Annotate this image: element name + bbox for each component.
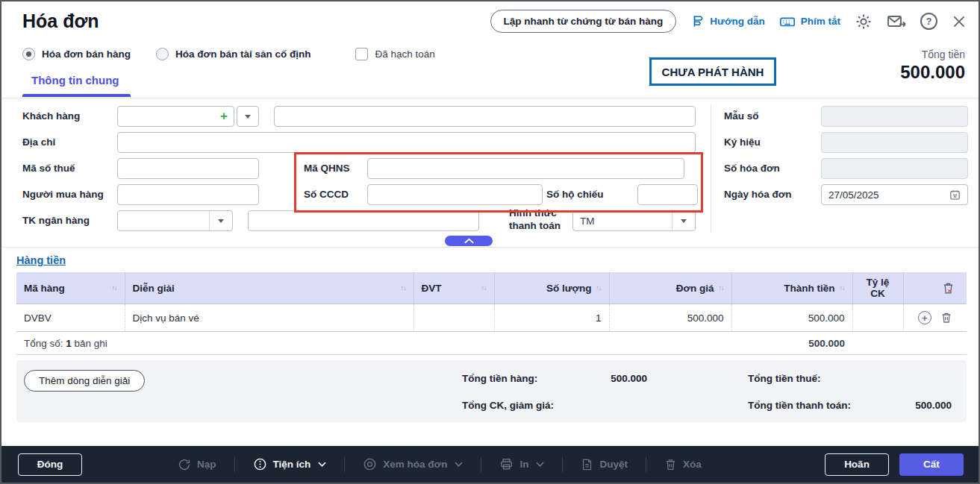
- total-payment-value: 500.000: [862, 400, 952, 411]
- customer-input[interactable]: +: [117, 106, 234, 127]
- sort-icon[interactable]: ↑↓: [840, 284, 845, 292]
- help-icon[interactable]: ?: [920, 13, 937, 30]
- detail-section: Hàng tiền Mã hàng↑↓ Diễn giải↑↓ ĐVT↑↓ Số…: [1, 248, 979, 422]
- total-amount-label: Tổng tiền: [900, 48, 965, 60]
- refresh-icon: [178, 458, 191, 471]
- guide-link[interactable]: Hướng dẫn: [690, 14, 764, 28]
- symbol-label: Ký hiệu: [724, 132, 761, 153]
- chevron-down-icon: [318, 462, 326, 467]
- customer-dropdown-button[interactable]: [237, 106, 259, 127]
- address-input[interactable]: [117, 132, 696, 153]
- address-label: Địa chỉ: [22, 132, 55, 153]
- view-invoice-menu[interactable]: Xem hóa đơn: [363, 457, 463, 471]
- print-menu[interactable]: In: [499, 457, 544, 471]
- table-row[interactable]: DVBV Dịch vụ bán vé 1 500.000 500.000 +: [16, 304, 967, 332]
- tax-code-input[interactable]: [117, 158, 259, 179]
- view-icon: [363, 457, 377, 471]
- reload-button[interactable]: Nạp: [178, 458, 216, 471]
- page-title: Hóa đơn: [22, 10, 99, 32]
- invoice-window: Hóa đơn Lập nhanh từ chứng từ bán hàng H…: [0, 0, 980, 484]
- utilities-menu[interactable]: Tiện ích: [253, 457, 327, 471]
- bottom-toolbar: Đóng Nạp Tiện ích: [1, 446, 979, 483]
- chevron-down-icon[interactable]: [672, 211, 695, 230]
- bank-name-input[interactable]: [248, 210, 479, 231]
- invoice-no-input: [821, 158, 968, 179]
- shortcut-link[interactable]: Phím tắt: [779, 13, 840, 30]
- postpone-button[interactable]: Hoãn: [825, 453, 889, 476]
- chevron-down-icon[interactable]: [209, 211, 232, 230]
- customer-combo: +: [117, 106, 259, 127]
- cell-ma-hang[interactable]: DVBV: [16, 304, 125, 332]
- printer-icon: [499, 457, 514, 471]
- tab-underline: [22, 94, 131, 97]
- payment-method-select[interactable]: TM: [572, 210, 696, 231]
- total-tax-label: Tổng tiền thuế:: [748, 373, 820, 384]
- qhns-input[interactable]: [367, 158, 684, 179]
- payment-method-label: Hình thức thanh toán: [509, 207, 561, 233]
- qhns-label: Mã QHNS: [304, 158, 350, 179]
- calendar-icon[interactable]: [949, 189, 961, 201]
- checkbox-icon[interactable]: [355, 48, 368, 60]
- customer-name-input[interactable]: [274, 106, 696, 127]
- radio-selected-icon[interactable]: [22, 48, 35, 60]
- checkbox-posted[interactable]: Đã hạch toán: [355, 48, 434, 60]
- save-button[interactable]: Cất: [899, 453, 964, 476]
- keyboard-icon: [779, 13, 796, 30]
- invoice-date-label: Ngày hóa đơn: [724, 184, 792, 205]
- record-count: Tổng số: 1 bản ghi: [16, 332, 494, 355]
- radio-fixed-asset-invoice[interactable]: Hóa đơn bán tài sản cố định: [156, 48, 310, 60]
- radio-sales-invoice[interactable]: Hóa đơn bán hàng: [22, 48, 131, 60]
- col-dvt[interactable]: ĐVT↑↓: [413, 272, 494, 304]
- sort-icon[interactable]: ↑↓: [481, 284, 487, 292]
- table-header-row: Mã hàng↑↓ Diễn giải↑↓ ĐVT↑↓ Số lượng↑↓ Đ…: [16, 272, 967, 304]
- col-delete-all[interactable]: ✕: [903, 272, 967, 304]
- sort-icon[interactable]: ↑↓: [112, 284, 117, 292]
- col-ma-hang[interactable]: Mã hàng↑↓: [16, 272, 125, 304]
- collapse-form-button[interactable]: [445, 236, 493, 246]
- add-description-line-button[interactable]: Thêm dòng diễn giải: [24, 370, 145, 392]
- delete-row-icon[interactable]: [940, 312, 952, 324]
- col-dien-giai[interactable]: Diễn giải↑↓: [125, 272, 413, 304]
- sort-icon[interactable]: ↑↓: [401, 284, 406, 292]
- close-icon[interactable]: [952, 14, 967, 29]
- bank-account-select[interactable]: [117, 210, 233, 231]
- total-goods-value: 500.000: [558, 373, 647, 384]
- cccd-input[interactable]: [367, 184, 543, 205]
- passport-input[interactable]: [637, 184, 698, 205]
- col-don-gia[interactable]: Đơn giá↑↓: [609, 272, 731, 304]
- total-amount-header: Tổng tiền 500.000: [900, 48, 965, 83]
- col-so-luong[interactable]: Số lượng↑↓: [494, 272, 609, 304]
- sort-icon[interactable]: ↑↓: [596, 284, 602, 292]
- cell-thanh-tien[interactable]: 500.000: [731, 304, 852, 332]
- cell-so-luong[interactable]: 1: [494, 304, 609, 332]
- cell-dvt[interactable]: [413, 304, 494, 332]
- tax-code-label: Mã số thuế: [22, 158, 75, 179]
- passport-label: Số hộ chiếu: [546, 184, 604, 205]
- invoice-no-label: Số hóa đơn: [724, 158, 780, 179]
- col-ty-le-ck[interactable]: Tỷ lệ CK: [852, 272, 903, 304]
- trash-icon: [664, 458, 677, 471]
- cell-dien-giai[interactable]: Dịch vụ bán vé: [125, 304, 413, 332]
- add-row-icon[interactable]: +: [918, 311, 931, 324]
- total-amount-value: 500.000: [900, 62, 965, 83]
- quick-create-button[interactable]: Lập nhanh từ chứng từ bán hàng: [490, 10, 677, 33]
- cell-don-gia[interactable]: 500.000: [609, 304, 731, 332]
- delete-button[interactable]: Xóa: [664, 458, 702, 471]
- sort-icon[interactable]: ↑↓: [719, 284, 724, 292]
- total-payment-label: Tổng tiền thanh toán:: [748, 400, 851, 411]
- document-icon: [581, 458, 593, 471]
- line-items-link[interactable]: Hàng tiền: [16, 254, 66, 266]
- settings-gear-icon[interactable]: [855, 13, 873, 31]
- cell-row-actions: +: [903, 304, 967, 332]
- cell-ty-le-ck[interactable]: [852, 304, 903, 332]
- send-email-icon[interactable]: [887, 13, 906, 31]
- buyer-input[interactable]: [117, 184, 259, 205]
- approve-button[interactable]: Duyệt: [581, 458, 628, 471]
- delete-all-icon[interactable]: ✕: [911, 282, 960, 295]
- col-thanh-tien[interactable]: Thành tiền↑↓: [731, 272, 852, 304]
- radio-unselected-icon[interactable]: [156, 48, 169, 60]
- invoice-date-input[interactable]: 27/05/2025: [821, 184, 968, 205]
- tab-general-info[interactable]: Thông tin chung: [31, 74, 119, 87]
- close-button[interactable]: Đóng: [18, 453, 82, 476]
- add-customer-icon[interactable]: +: [220, 109, 228, 124]
